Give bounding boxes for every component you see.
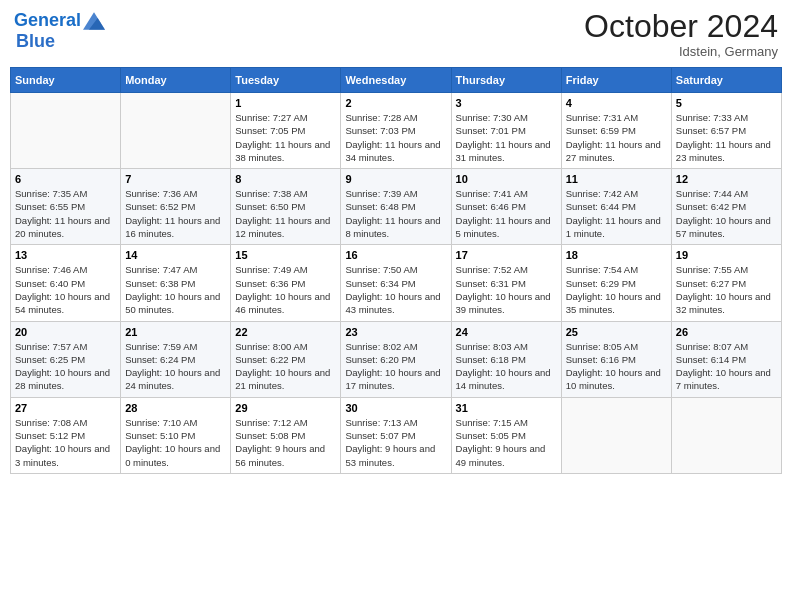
week-row-2: 6Sunrise: 7:35 AM Sunset: 6:55 PM Daylig…	[11, 169, 782, 245]
page-header: General Blue October 2024 Idstein, Germa…	[10, 10, 782, 59]
day-info: Sunrise: 7:42 AM Sunset: 6:44 PM Dayligh…	[566, 187, 667, 240]
location-subtitle: Idstein, Germany	[584, 44, 778, 59]
day-info: Sunrise: 7:59 AM Sunset: 6:24 PM Dayligh…	[125, 340, 226, 393]
calendar-cell: 1Sunrise: 7:27 AM Sunset: 7:05 PM Daylig…	[231, 93, 341, 169]
calendar-cell: 30Sunrise: 7:13 AM Sunset: 5:07 PM Dayli…	[341, 397, 451, 473]
day-info: Sunrise: 7:28 AM Sunset: 7:03 PM Dayligh…	[345, 111, 446, 164]
calendar-cell: 22Sunrise: 8:00 AM Sunset: 6:22 PM Dayli…	[231, 321, 341, 397]
calendar-cell: 23Sunrise: 8:02 AM Sunset: 6:20 PM Dayli…	[341, 321, 451, 397]
logo-icon	[83, 10, 105, 32]
weekday-header-row: SundayMondayTuesdayWednesdayThursdayFrid…	[11, 68, 782, 93]
day-number: 8	[235, 173, 336, 185]
calendar-cell: 27Sunrise: 7:08 AM Sunset: 5:12 PM Dayli…	[11, 397, 121, 473]
day-number: 19	[676, 249, 777, 261]
day-info: Sunrise: 7:10 AM Sunset: 5:10 PM Dayligh…	[125, 416, 226, 469]
day-info: Sunrise: 8:02 AM Sunset: 6:20 PM Dayligh…	[345, 340, 446, 393]
calendar-cell: 7Sunrise: 7:36 AM Sunset: 6:52 PM Daylig…	[121, 169, 231, 245]
day-number: 23	[345, 326, 446, 338]
day-number: 26	[676, 326, 777, 338]
day-number: 15	[235, 249, 336, 261]
day-info: Sunrise: 7:33 AM Sunset: 6:57 PM Dayligh…	[676, 111, 777, 164]
day-number: 28	[125, 402, 226, 414]
day-number: 3	[456, 97, 557, 109]
day-info: Sunrise: 7:44 AM Sunset: 6:42 PM Dayligh…	[676, 187, 777, 240]
weekday-header-tuesday: Tuesday	[231, 68, 341, 93]
logo-text2: Blue	[14, 32, 55, 52]
day-number: 27	[15, 402, 116, 414]
day-number: 12	[676, 173, 777, 185]
day-number: 29	[235, 402, 336, 414]
day-info: Sunrise: 7:30 AM Sunset: 7:01 PM Dayligh…	[456, 111, 557, 164]
day-number: 10	[456, 173, 557, 185]
day-number: 1	[235, 97, 336, 109]
day-number: 30	[345, 402, 446, 414]
calendar-cell: 4Sunrise: 7:31 AM Sunset: 6:59 PM Daylig…	[561, 93, 671, 169]
day-info: Sunrise: 8:00 AM Sunset: 6:22 PM Dayligh…	[235, 340, 336, 393]
weekday-header-saturday: Saturday	[671, 68, 781, 93]
month-title: October 2024	[584, 10, 778, 42]
day-number: 20	[15, 326, 116, 338]
calendar-cell: 25Sunrise: 8:05 AM Sunset: 6:16 PM Dayli…	[561, 321, 671, 397]
calendar-cell	[671, 397, 781, 473]
day-number: 17	[456, 249, 557, 261]
day-number: 21	[125, 326, 226, 338]
week-row-5: 27Sunrise: 7:08 AM Sunset: 5:12 PM Dayli…	[11, 397, 782, 473]
day-info: Sunrise: 7:27 AM Sunset: 7:05 PM Dayligh…	[235, 111, 336, 164]
day-info: Sunrise: 7:38 AM Sunset: 6:50 PM Dayligh…	[235, 187, 336, 240]
day-info: Sunrise: 7:31 AM Sunset: 6:59 PM Dayligh…	[566, 111, 667, 164]
day-info: Sunrise: 7:08 AM Sunset: 5:12 PM Dayligh…	[15, 416, 116, 469]
calendar-cell: 18Sunrise: 7:54 AM Sunset: 6:29 PM Dayli…	[561, 245, 671, 321]
day-info: Sunrise: 7:54 AM Sunset: 6:29 PM Dayligh…	[566, 263, 667, 316]
day-info: Sunrise: 7:36 AM Sunset: 6:52 PM Dayligh…	[125, 187, 226, 240]
calendar-cell: 8Sunrise: 7:38 AM Sunset: 6:50 PM Daylig…	[231, 169, 341, 245]
weekday-header-friday: Friday	[561, 68, 671, 93]
day-number: 7	[125, 173, 226, 185]
day-number: 31	[456, 402, 557, 414]
day-info: Sunrise: 7:15 AM Sunset: 5:05 PM Dayligh…	[456, 416, 557, 469]
calendar-cell	[11, 93, 121, 169]
calendar-cell: 12Sunrise: 7:44 AM Sunset: 6:42 PM Dayli…	[671, 169, 781, 245]
calendar-cell: 14Sunrise: 7:47 AM Sunset: 6:38 PM Dayli…	[121, 245, 231, 321]
weekday-header-monday: Monday	[121, 68, 231, 93]
calendar-cell: 13Sunrise: 7:46 AM Sunset: 6:40 PM Dayli…	[11, 245, 121, 321]
day-number: 11	[566, 173, 667, 185]
week-row-1: 1Sunrise: 7:27 AM Sunset: 7:05 PM Daylig…	[11, 93, 782, 169]
day-number: 18	[566, 249, 667, 261]
logo: General Blue	[14, 10, 105, 52]
calendar-cell: 10Sunrise: 7:41 AM Sunset: 6:46 PM Dayli…	[451, 169, 561, 245]
calendar-cell: 28Sunrise: 7:10 AM Sunset: 5:10 PM Dayli…	[121, 397, 231, 473]
day-info: Sunrise: 7:52 AM Sunset: 6:31 PM Dayligh…	[456, 263, 557, 316]
day-number: 25	[566, 326, 667, 338]
day-number: 16	[345, 249, 446, 261]
calendar-cell: 26Sunrise: 8:07 AM Sunset: 6:14 PM Dayli…	[671, 321, 781, 397]
day-info: Sunrise: 7:41 AM Sunset: 6:46 PM Dayligh…	[456, 187, 557, 240]
day-info: Sunrise: 7:13 AM Sunset: 5:07 PM Dayligh…	[345, 416, 446, 469]
week-row-4: 20Sunrise: 7:57 AM Sunset: 6:25 PM Dayli…	[11, 321, 782, 397]
day-info: Sunrise: 7:50 AM Sunset: 6:34 PM Dayligh…	[345, 263, 446, 316]
calendar-cell: 21Sunrise: 7:59 AM Sunset: 6:24 PM Dayli…	[121, 321, 231, 397]
day-info: Sunrise: 7:47 AM Sunset: 6:38 PM Dayligh…	[125, 263, 226, 316]
calendar-cell: 15Sunrise: 7:49 AM Sunset: 6:36 PM Dayli…	[231, 245, 341, 321]
calendar-cell: 6Sunrise: 7:35 AM Sunset: 6:55 PM Daylig…	[11, 169, 121, 245]
logo-text: General	[14, 11, 81, 31]
day-number: 22	[235, 326, 336, 338]
day-info: Sunrise: 7:49 AM Sunset: 6:36 PM Dayligh…	[235, 263, 336, 316]
day-info: Sunrise: 7:12 AM Sunset: 5:08 PM Dayligh…	[235, 416, 336, 469]
calendar-cell: 16Sunrise: 7:50 AM Sunset: 6:34 PM Dayli…	[341, 245, 451, 321]
day-info: Sunrise: 7:35 AM Sunset: 6:55 PM Dayligh…	[15, 187, 116, 240]
day-number: 13	[15, 249, 116, 261]
calendar-cell: 24Sunrise: 8:03 AM Sunset: 6:18 PM Dayli…	[451, 321, 561, 397]
calendar-cell: 9Sunrise: 7:39 AM Sunset: 6:48 PM Daylig…	[341, 169, 451, 245]
calendar-cell	[561, 397, 671, 473]
day-info: Sunrise: 7:55 AM Sunset: 6:27 PM Dayligh…	[676, 263, 777, 316]
day-info: Sunrise: 7:46 AM Sunset: 6:40 PM Dayligh…	[15, 263, 116, 316]
calendar-cell: 11Sunrise: 7:42 AM Sunset: 6:44 PM Dayli…	[561, 169, 671, 245]
day-info: Sunrise: 7:39 AM Sunset: 6:48 PM Dayligh…	[345, 187, 446, 240]
weekday-header-wednesday: Wednesday	[341, 68, 451, 93]
calendar-cell: 19Sunrise: 7:55 AM Sunset: 6:27 PM Dayli…	[671, 245, 781, 321]
day-number: 2	[345, 97, 446, 109]
weekday-header-sunday: Sunday	[11, 68, 121, 93]
calendar-table: SundayMondayTuesdayWednesdayThursdayFrid…	[10, 67, 782, 474]
week-row-3: 13Sunrise: 7:46 AM Sunset: 6:40 PM Dayli…	[11, 245, 782, 321]
day-info: Sunrise: 8:07 AM Sunset: 6:14 PM Dayligh…	[676, 340, 777, 393]
